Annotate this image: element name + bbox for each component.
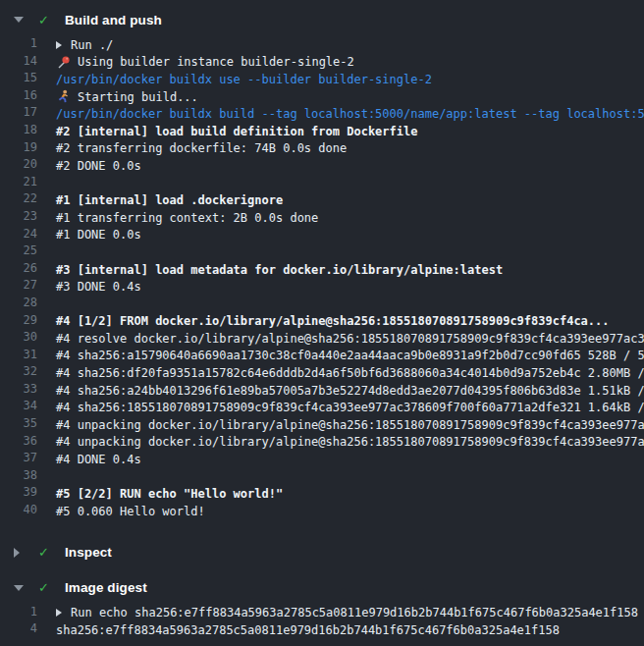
log-line: 40#5 0.060 Hello world!: [0, 503, 644, 520]
line-number-link[interactable]: 28: [0, 296, 37, 313]
line-number-link[interactable]: 15: [0, 71, 37, 88]
line-number-link[interactable]: 35: [0, 416, 37, 434]
log-text: #4 sha256:a24bb4013296f61e89ba57005a7b3e…: [56, 382, 644, 400]
line-number-link[interactable]: 39: [0, 485, 37, 503]
log-text: #4 unpacking docker.io/library/alpine@sh…: [56, 434, 644, 452]
line-number-link[interactable]: 25: [0, 243, 37, 261]
log-line: 24#1 DONE 0.0s: [0, 227, 644, 244]
line-number-link[interactable]: 36: [0, 434, 37, 452]
log-text: #4 sha256:a15790640a6690aa1730c38cf0a440…: [56, 349, 644, 362]
line-number-link[interactable]: 37: [0, 451, 37, 468]
log-line: 16Starting build...: [0, 88, 644, 106]
log-line: 23#1 transferring context: 2B 0.0s done: [0, 209, 644, 227]
log-line: 39#5 [2/2] RUN echo "Hello world!": [0, 485, 644, 503]
expand-group-icon: [56, 609, 62, 617]
log-text: #5 [2/2] RUN echo "Hello world!": [56, 487, 283, 501]
line-number-link[interactable]: 40: [0, 503, 37, 520]
log-text: #2 [internal] load build definition from…: [56, 125, 417, 138]
workflow-log-viewer: ✓ Build and push 1Run ./14Using builder …: [0, 0, 644, 646]
line-number-link[interactable]: 22: [0, 191, 37, 209]
log-line: 17/usr/bin/docker buildx build --tag loc…: [0, 105, 644, 123]
chevron-down-icon: [14, 17, 26, 23]
chevron-down-icon: [14, 585, 26, 591]
line-number-link[interactable]: 29: [0, 313, 37, 331]
log-text: #2 transferring dockerfile: 74B 0.0s don…: [56, 141, 347, 155]
log-line: 4sha256:e7ff8834a5963a2785c5a0811e979d16…: [0, 621, 644, 639]
log-text: #1 [internal] load .dockerignore: [56, 191, 283, 209]
line-number-link[interactable]: 27: [0, 278, 37, 296]
log-text: #5 0.060 Hello world!: [56, 505, 205, 518]
log-text: #4 sha256:df20fa9351a15782c64e6dddb2d4a6…: [56, 364, 644, 382]
run-group-toggle[interactable]: Run echo sha256:e7ff8834a5963a2785c5a081…: [56, 605, 638, 622]
line-number-link[interactable]: 20: [0, 157, 37, 175]
runner-icon: [56, 89, 71, 104]
line-number-link[interactable]: 17: [0, 105, 37, 123]
check-success-icon: ✓: [38, 13, 54, 27]
check-success-icon: ✓: [38, 580, 54, 595]
log-text: Using builder instance builder-single-2: [56, 54, 354, 72]
line-number-link[interactable]: 24: [0, 227, 37, 244]
log-text: #4 [1/2] FROM docker.io/library/alpine@s…: [56, 314, 610, 328]
section-header-image-digest[interactable]: ✓ Image digest: [0, 578, 644, 598]
line-number-link[interactable]: 34: [0, 399, 37, 416]
log-text: #2 transferring dockerfile: 74B 0.0s don…: [56, 140, 347, 158]
section-title: Inspect: [65, 545, 112, 560]
log-line: 37#4 DONE 0.4s: [0, 451, 644, 468]
log-text: #4 unpacking docker.io/library/alpine@sh…: [56, 416, 644, 434]
log-text: #5 0.060 Hello world!: [56, 503, 205, 520]
log-text: #2 [internal] load build definition from…: [56, 123, 417, 140]
log-line: 14Using builder instance builder-single-…: [0, 54, 644, 72]
line-number-link[interactable]: 18: [0, 123, 37, 140]
log-line: 1Run ./: [0, 36, 644, 54]
line-number-link[interactable]: 14: [0, 54, 37, 72]
run-group-toggle[interactable]: Run ./: [56, 36, 113, 54]
log-line: 27#3 DONE 0.4s: [0, 278, 644, 296]
log-line: 38: [0, 468, 644, 486]
line-number-link[interactable]: 32: [0, 364, 37, 382]
log-line: 28: [0, 296, 644, 313]
log-text: #3 DONE 0.4s: [56, 280, 141, 294]
log-text: #3 [internal] load metadata for docker.i…: [56, 261, 503, 279]
line-number-link[interactable]: 30: [0, 330, 37, 348]
line-number-link[interactable]: 16: [0, 88, 37, 106]
section-header-build-and-push[interactable]: ✓ Build and push: [0, 10, 644, 29]
check-success-icon: ✓: [38, 545, 54, 560]
log-text: #1 DONE 0.0s: [56, 228, 141, 242]
log-text: #4 sha256:a15790640a6690aa1730c38cf0a440…: [56, 348, 644, 365]
log-text: sha256:e7ff8834a5963a2785c5a0811e979d16b…: [56, 621, 560, 639]
log-line: 33#4 sha256:a24bb4013296f61e89ba57005a7b…: [0, 382, 644, 400]
log-text: #4 DONE 0.4s: [56, 453, 141, 466]
section-title: Image digest: [65, 580, 147, 595]
log-line: 36#4 unpacking docker.io/library/alpine@…: [0, 434, 644, 452]
log-text: #4 sha256:df20fa9351a15782c64e6dddb2d4a6…: [56, 366, 644, 380]
log-text: #3 [internal] load metadata for docker.i…: [56, 263, 503, 277]
line-number-link[interactable]: 33: [0, 382, 37, 400]
log-line: 1Run echo sha256:e7ff8834a5963a2785c5a08…: [0, 605, 644, 622]
log-text: #2 DONE 0.0s: [56, 157, 141, 175]
line-number-link[interactable]: 23: [0, 209, 37, 227]
log-text: #4 sha256:185518070891758909c9f839cf4ca3…: [56, 399, 644, 416]
log-block-image-digest: 1Run echo sha256:e7ff8834a5963a2785c5a08…: [0, 598, 644, 646]
log-text: #1 DONE 0.0s: [56, 227, 141, 244]
log-line: 34#4 sha256:185518070891758909c9f839cf4c…: [0, 399, 644, 416]
line-number-link[interactable]: 31: [0, 348, 37, 365]
line-number-link[interactable]: 21: [0, 175, 37, 192]
log-text: #4 [1/2] FROM docker.io/library/alpine@s…: [56, 313, 610, 331]
line-number-link[interactable]: 19: [0, 140, 37, 158]
log-text: #4 resolve docker.io/library/alpine@sha2…: [56, 332, 644, 346]
line-number-link[interactable]: 4: [0, 621, 37, 639]
line-number-link[interactable]: 1: [0, 605, 37, 622]
section-header-inspect[interactable]: ✓ Inspect: [0, 543, 644, 563]
log-line: 30#4 resolve docker.io/library/alpine@sh…: [0, 330, 644, 348]
log-text: /usr/bin/docker buildx use --builder bui…: [56, 71, 432, 88]
log-text: #4 sha256:a24bb4013296f61e89ba57005a7b3e…: [56, 384, 644, 398]
log-line: 25: [0, 243, 644, 261]
line-number-link[interactable]: 38: [0, 468, 37, 486]
line-number-link[interactable]: 26: [0, 261, 37, 279]
line-number-link[interactable]: 1: [0, 36, 37, 54]
log-text: #1 transferring context: 2B 0.0s done: [56, 211, 318, 225]
log-text: /usr/bin/docker buildx build --tag local…: [56, 105, 644, 123]
pushpin-icon: [56, 55, 71, 70]
log-text: sha256:e7ff8834a5963a2785c5a0811e979d16b…: [56, 623, 560, 637]
log-text: #1 transferring context: 2B 0.0s done: [56, 209, 318, 227]
